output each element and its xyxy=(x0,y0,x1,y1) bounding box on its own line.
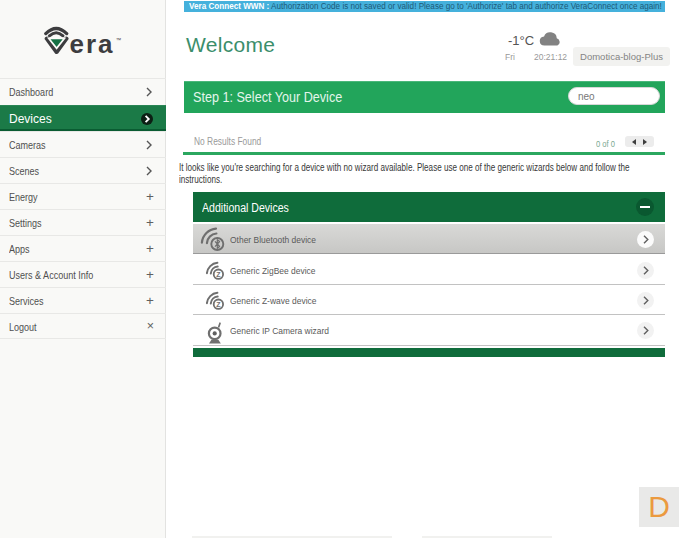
svg-text:Z: Z xyxy=(216,301,221,308)
svg-text:Z: Z xyxy=(216,271,221,278)
svg-text:era: era xyxy=(70,29,115,59)
svg-text:™: ™ xyxy=(116,37,122,43)
